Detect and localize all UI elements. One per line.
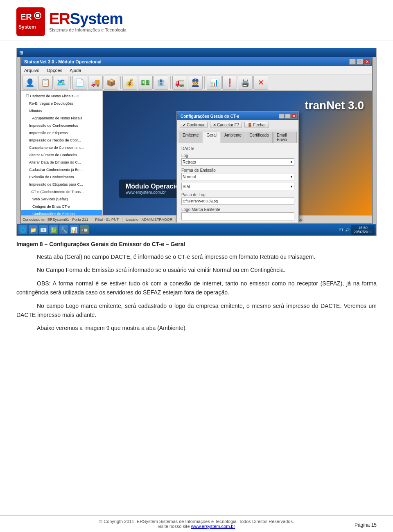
toolbar-btn-10[interactable]: 🚛 bbox=[172, 76, 187, 90]
app-sidebar[interactable]: ☐ Cadastro de Notas Fiscais - C... Re-En… bbox=[21, 91, 103, 222]
tree-item-3[interactable]: + Agrupamento de Notas Fiscais bbox=[21, 114, 102, 122]
toolbar-btn-close[interactable]: ✕ bbox=[253, 76, 268, 90]
ersystem-logo-icon: ER System bbox=[16, 7, 45, 36]
tree-item-8[interactable]: Alterar Número de Conhecim... bbox=[21, 151, 102, 159]
close-btn[interactable]: ✕ bbox=[364, 59, 370, 65]
status-usuario: Usuário - ADMINISTRADOR bbox=[126, 218, 176, 222]
select-forma-emissao[interactable]: Normal ▼ bbox=[181, 173, 294, 180]
dialog-confirmar-btn[interactable]: ✔Confirmar bbox=[180, 122, 208, 128]
dialog-close-icon[interactable]: ✕ bbox=[291, 114, 297, 119]
center-logo: tranNet 3.0 bbox=[305, 99, 364, 112]
dialog-fechar-btn[interactable]: 🚪Fechar bbox=[244, 122, 269, 128]
taskbar-icon-4[interactable]: 💹 bbox=[49, 225, 58, 234]
select-log-arrow: ▼ bbox=[290, 160, 293, 164]
logo-subtitle: Sistemas de Informações e Tecnologia bbox=[49, 27, 126, 32]
toolbar-sep-2 bbox=[120, 76, 121, 89]
field-pasta-log: Pasta de Log bbox=[181, 193, 294, 205]
tree-item-12[interactable]: Impressão de Etiquetas para C... bbox=[21, 181, 102, 188]
paragraph-4: No campo Logo marca emitente, será cadas… bbox=[16, 301, 377, 320]
menu-ajuda[interactable]: Ajuda bbox=[68, 68, 83, 73]
select-sim-arrow: ▼ bbox=[290, 185, 293, 189]
tree-item-11[interactable]: Exclusão de Conhecimento bbox=[21, 173, 102, 181]
select-forma-arrow: ▼ bbox=[290, 175, 293, 179]
menu-opcoes[interactable]: Opções bbox=[45, 68, 64, 73]
dialog-close-btns: _ □ ✕ bbox=[279, 114, 297, 119]
tab-geral[interactable]: Geral bbox=[203, 132, 220, 143]
titlebar-buttons: _ □ ✕ bbox=[349, 59, 370, 65]
tree-item-13[interactable]: Web Services (Sefaz) bbox=[21, 195, 102, 203]
toolbar-btn-14[interactable]: 🖨️ bbox=[238, 76, 253, 90]
tree-item-1[interactable]: Re-Entregas e Devoluções bbox=[21, 100, 102, 107]
tree-item-4[interactable]: Impressão de Conhecimentos bbox=[21, 122, 102, 129]
taskbar-sound-icon: 🔊 bbox=[345, 228, 350, 232]
field-dacte: DACTe bbox=[181, 146, 294, 151]
dialog-minimize-btn[interactable]: _ bbox=[279, 114, 285, 119]
page-number: Página 15 bbox=[355, 522, 377, 528]
tab-certificado[interactable]: Certificado bbox=[246, 132, 273, 143]
toolbar-btn-4[interactable]: 📄 bbox=[72, 76, 87, 90]
toolbar-btn-1[interactable]: 👤 bbox=[23, 76, 37, 90]
minimize-btn[interactable]: _ bbox=[349, 59, 356, 65]
dialog-titlebar: Configurações Gerais do CT-e _ □ ✕ bbox=[177, 112, 298, 120]
logo-marca-input[interactable] bbox=[181, 212, 294, 220]
field-forma-emissao: Forma de Emissão Normal ▼ bbox=[181, 168, 294, 180]
toolbar-btn-5[interactable]: 🚚 bbox=[88, 76, 103, 90]
tree-item-0[interactable]: ☐ Cadastro de Notas Fiscais - C... bbox=[21, 92, 102, 100]
toolbar-btn-2[interactable]: 📋 bbox=[38, 76, 53, 90]
select-sim[interactable]: SIM ▼ bbox=[181, 183, 294, 190]
tab-ambiente[interactable]: Ambiente bbox=[221, 132, 245, 143]
toolbar-btn-6[interactable]: 📦 bbox=[104, 76, 118, 90]
toolbar-btn-11[interactable]: 👮 bbox=[188, 76, 203, 90]
taskbar-icon-5[interactable]: 🔧 bbox=[59, 225, 68, 234]
taskbar-icon-app[interactable]: 🚛 bbox=[80, 225, 89, 234]
select-log-value: Retrato bbox=[183, 160, 196, 164]
footer-url-link[interactable]: www.ersystem.com.br bbox=[191, 524, 235, 529]
dialog-body: DACTe Log Retrato ▼ Forma de Emissão bbox=[177, 143, 298, 222]
dialog-cancelar-btn[interactable]: ✕Cancelar F7 bbox=[210, 122, 242, 128]
tree-item-10[interactable]: Cadastrar Conhecimento já Em... bbox=[21, 166, 102, 173]
toolbar-btn-3[interactable]: 🗺️ bbox=[54, 76, 68, 90]
field-log: Log Retrato ▼ bbox=[181, 153, 294, 166]
paragraph-5: Abaixo veremos a imagem 9 que mostra a a… bbox=[16, 323, 377, 332]
taskbar-icon-2[interactable]: 📁 bbox=[29, 225, 38, 234]
center-logo-text: tranNet 3.0 bbox=[305, 99, 364, 112]
select-log[interactable]: Retrato ▼ bbox=[181, 158, 294, 166]
svg-point-4 bbox=[36, 14, 39, 17]
maximize-btn[interactable]: □ bbox=[357, 59, 363, 65]
tree-item-6[interactable]: Impressão de Recibo de Cobr... bbox=[21, 137, 102, 144]
toolbar-btn-9[interactable]: 🏦 bbox=[154, 76, 168, 90]
taskbar-icon-6[interactable]: 📊 bbox=[70, 225, 79, 234]
input-pasta-log[interactable] bbox=[181, 198, 294, 205]
paragraph-3: OBS: A forma normal é se estiver tudo ok… bbox=[16, 279, 377, 297]
toolbar-btn-13[interactable]: ❗ bbox=[222, 76, 237, 90]
dialog-maximize-btn[interactable]: □ bbox=[285, 114, 291, 119]
toolbar-btn-7[interactable]: 💰 bbox=[122, 76, 137, 90]
paragraph-1: Nesta aba (Geral) no campo DACTE, é info… bbox=[16, 252, 377, 261]
tree-item-5[interactable]: Impressão de Etiquetas bbox=[21, 129, 102, 137]
tree-item-2[interactable]: Minutas bbox=[21, 107, 102, 114]
tree-item-ct[interactable]: - CT-e (Conhecimento de Trans... bbox=[21, 188, 102, 195]
taskbar-lang: PT bbox=[339, 228, 343, 232]
svg-rect-0 bbox=[16, 7, 45, 36]
page-footer: © Copyrigth 2011. ERSystem Sistemas de I… bbox=[0, 515, 393, 532]
tree-item-14[interactable]: Códigos de Erros CT-e bbox=[21, 203, 102, 210]
tree-item-7[interactable]: Cancelamento de Conheciment... bbox=[21, 144, 102, 151]
footer-visit: visite nosso site www.ersystem.com.br bbox=[16, 524, 377, 529]
tree-item-9[interactable]: Alterar Data de Emissão do C... bbox=[21, 159, 102, 166]
toolbar-sep-3 bbox=[170, 76, 171, 89]
tab-emitente[interactable]: Emitente bbox=[179, 132, 202, 143]
app-window: SistranNet 3.0 - Módulo Operacional _ □ … bbox=[20, 57, 373, 224]
status-filial: Filial - 01-PNT bbox=[95, 218, 123, 222]
taskbar-icon-3[interactable]: 📧 bbox=[39, 225, 48, 234]
dialog-title: Configurações Gerais do CT-e bbox=[181, 114, 239, 119]
toolbar-btn-8[interactable]: 💵 bbox=[138, 76, 153, 90]
logo-text-area: ER System Sistemas de Informações e Tecn… bbox=[49, 11, 126, 32]
toolbar-btn-12[interactable]: 📊 bbox=[207, 76, 221, 90]
taskbar-right: PT 🔊 15:50 20/07/2011 bbox=[339, 225, 375, 235]
tab-email[interactable]: Email Envio bbox=[273, 132, 297, 143]
field-logo-marca: Logo Marca Emitente bbox=[181, 207, 294, 220]
dialog-toolbar: ✔Confirmar ✕Cancelar F7 🚪Fechar bbox=[177, 120, 298, 130]
taskbar-icon-1[interactable]: 🌐 bbox=[18, 225, 27, 234]
menu-arquivo[interactable]: Arquivo bbox=[23, 68, 41, 73]
taskbar-date: 20/07/2011 bbox=[354, 230, 372, 234]
